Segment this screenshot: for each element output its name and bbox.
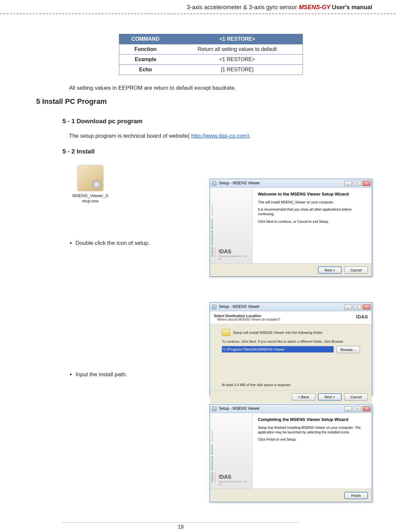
close-button[interactable]: X — [363, 304, 371, 310]
cancel-button[interactable]: Cancel — [344, 266, 368, 274]
cmd-row-value: Return all setting values to default — [172, 44, 303, 55]
maximize-button[interactable]: □ — [353, 181, 361, 186]
wizard-footer: < Back Next > Cancel — [210, 390, 372, 403]
setup-disk-icon — [212, 406, 216, 411]
finish-button[interactable]: Finish — [344, 492, 368, 499]
wizard3-heading: Completing the MSENS Viewer Setup Wizard — [258, 417, 367, 422]
sidebar-brand: Digital Advanced Sensor www.das-co.com — [211, 197, 215, 257]
section-5-title: 5 Install PC Program — [36, 97, 375, 106]
filename-line1: MSENS_Viewer_S — [73, 193, 108, 198]
installer-icon — [77, 165, 103, 191]
sidebar-logo-sub: Geosonic Series V1, V2, V3 — [218, 480, 247, 486]
table-row: Echo [1 RESTORE] — [119, 65, 303, 75]
maximize-button[interactable]: □ — [353, 406, 361, 411]
setup-wizard-finish: Setup - MSENS Viewer _ □ X Digital Advan… — [210, 404, 372, 502]
window-buttons: _ □ X — [344, 406, 371, 411]
minimize-button[interactable]: _ — [344, 181, 352, 186]
wizard3-p2: Click Finish to exit Setup. — [258, 437, 367, 442]
page-number: 19 — [178, 524, 184, 530]
wizard-title: Setup - MSENS Viewer — [212, 406, 260, 411]
next-button[interactable]: Next > — [318, 266, 342, 274]
setup-wizard-welcome: Setup - MSENS Viewer _ □ X Digital Advan… — [210, 179, 372, 277]
sidebar-logo-sub: Geosonic Series V1, V2, V3 — [218, 255, 247, 261]
window-buttons: _ □ X — [344, 181, 371, 186]
wizard-title-text: Setup - MSENS Viewer — [219, 181, 260, 185]
table-row: Example <1 RESTORE> — [119, 55, 303, 65]
sidebar-brand: Digital Advanced Sensor www.das-co.com — [211, 423, 215, 482]
download-link[interactable]: http://www.das-co.com) — [191, 133, 249, 139]
setup-wizard-destination: Setup - MSENS Viewer _ □ X Select Destin… — [210, 302, 372, 396]
back-button[interactable]: < Back — [292, 393, 315, 401]
cmd-head-left: COMMAND — [119, 34, 172, 44]
wizard-title: Setup - MSENS Viewer — [212, 181, 260, 186]
sidebar-logo: !DAS Geosonic Series V1, V2, V3 — [218, 474, 248, 487]
wizard-titlebar[interactable]: Setup - MSENS Viewer _ □ X — [210, 179, 372, 188]
page-header: 3-axis accelerometer & 3-axis gyro senso… — [46, 0, 375, 13]
wizard-footer: Finish — [210, 489, 372, 502]
command-table: COMMAND <1 RESTORE> Function Return all … — [119, 34, 303, 75]
wizard2-req: At least 3.4 MB of free disk space is re… — [222, 383, 360, 387]
close-button[interactable]: X — [363, 181, 371, 186]
wizard-footer: Next > Cancel — [210, 263, 372, 276]
header-divider — [0, 13, 395, 14]
page-footer: 19 — [62, 522, 299, 530]
wizard1-heading: Welcome to the MSENS Viewer Setup Wizard — [258, 192, 367, 197]
wizard1-p2: It is recommended that you close all oth… — [258, 207, 367, 216]
header-manual: User's manual — [332, 4, 372, 11]
setup-disk-icon — [212, 305, 216, 309]
wizard2-hs-title: Select Destination Location — [214, 314, 280, 318]
wizard-sidebar: Digital Advanced Sensor www.das-co.com !… — [210, 413, 253, 489]
wizard2-instr: To continue, click Next. If you would li… — [222, 339, 360, 343]
cmd-row-value: [1 RESTORE] — [172, 65, 303, 75]
wizard2-hs-logo: !DAS — [356, 314, 368, 321]
wizard-titlebar[interactable]: Setup - MSENS Viewer _ □ X — [210, 303, 372, 311]
cmd-row-label: Example — [119, 55, 172, 65]
install-path-input[interactable] — [222, 346, 334, 353]
browse-button[interactable]: Browse... — [336, 346, 360, 353]
section-5-1-body: The setup program is technical board of … — [69, 133, 375, 139]
wizard3-p1: Setup has finished installing MSENS View… — [258, 425, 367, 434]
maximize-button[interactable]: □ — [353, 304, 361, 310]
body-post: . — [249, 133, 251, 139]
folder-icon — [222, 329, 230, 336]
das-logo-text: DAS — [220, 249, 231, 254]
das-logo: !DAS — [218, 474, 231, 480]
cmd-head-right: <1 RESTORE> — [172, 34, 303, 44]
section-5-2-title: 5 - 2 Install — [62, 148, 375, 155]
minimize-button[interactable]: _ — [344, 406, 352, 411]
wizard-main: Completing the MSENS Viewer Setup Wizard… — [253, 413, 372, 489]
window-buttons: _ □ X — [344, 304, 371, 310]
section-5-1-title: 5 - 1 Download pc program — [62, 118, 375, 125]
das-logo: !DAS — [218, 249, 231, 254]
wizard2-body: Setup will install MSENS Viewer into the… — [210, 324, 372, 390]
cmd-row-value: <1 RESTORE> — [172, 55, 303, 65]
close-button[interactable]: X — [363, 406, 371, 411]
header-sensor-desc: 3-axis accelerometer & 3-axis gyro senso… — [187, 4, 299, 11]
cmd-row-label: Echo — [119, 65, 172, 75]
wizard-main: Welcome to the MSENS Viewer Setup Wizard… — [253, 188, 372, 263]
next-button[interactable]: Next > — [318, 393, 342, 401]
wizard1-p1: This will install MSENS_Viewer on your c… — [258, 200, 367, 204]
wizard-titlebar[interactable]: Setup - MSENS Viewer _ □ X — [210, 405, 372, 413]
wizard2-header-strip: Select Destination Location Where should… — [210, 311, 372, 324]
wizard2-hs-sub: Where should MSENS Viewer be installed? — [217, 318, 280, 321]
das-logo-text: DAS — [220, 474, 231, 480]
wizard-sidebar: Digital Advanced Sensor www.das-co.com !… — [210, 188, 253, 263]
table-row: Function Return all setting values to de… — [119, 44, 303, 55]
wizard-title: Setup - MSENS Viewer — [212, 304, 260, 309]
wizard-title-text: Setup - MSENS Viewer — [219, 406, 260, 411]
cancel-button[interactable]: Cancel — [344, 393, 368, 401]
wizard1-p3: Click Next to continue, or Cancel to exi… — [258, 219, 367, 224]
header-model: MSENS-GY — [299, 4, 330, 11]
wizard2-folder-text: Setup will install MSENS Viewer into the… — [233, 331, 323, 335]
installer-filename: MSENS_Viewer_S etup.exe — [71, 193, 110, 203]
sidebar-brand-text: Digital Advanced Sensor — [211, 218, 214, 257]
minimize-button[interactable]: _ — [344, 304, 352, 310]
filename-line2: etup.exe — [82, 198, 99, 203]
setup-disk-icon — [212, 181, 216, 186]
restore-note: All setting values in EEPROM are return … — [69, 85, 375, 91]
sidebar-brand-text: Digital Advanced Sensor — [211, 444, 214, 482]
setup-file-icon[interactable]: MSENS_Viewer_S etup.exe — [69, 163, 112, 205]
wizard2-hs-logo-text: DAS — [357, 314, 368, 319]
sidebar-logo: !DAS Geosonic Series V1, V2, V3 — [218, 249, 248, 262]
